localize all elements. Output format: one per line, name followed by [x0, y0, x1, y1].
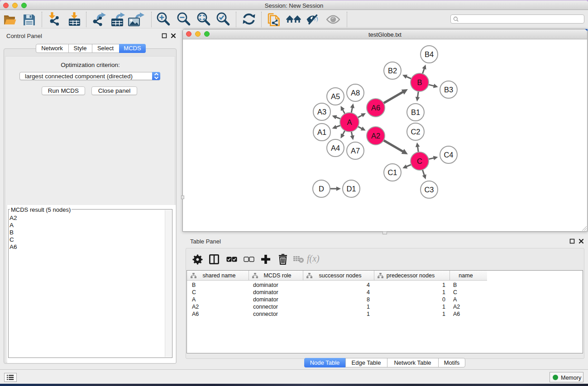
- svg-text:A4: A4: [331, 144, 340, 152]
- svg-text:A3: A3: [317, 108, 326, 116]
- svg-text:C: C: [417, 157, 422, 165]
- svg-text:B2: B2: [388, 67, 397, 75]
- svg-text:C3: C3: [424, 186, 434, 194]
- svg-text:B4: B4: [425, 50, 434, 58]
- svg-text:C1: C1: [387, 168, 397, 176]
- svg-text:C2: C2: [411, 128, 420, 136]
- svg-text:A5: A5: [331, 92, 340, 100]
- svg-text:A6: A6: [371, 104, 380, 112]
- svg-text:A1: A1: [317, 128, 326, 136]
- svg-text:D1: D1: [346, 185, 356, 193]
- svg-text:A8: A8: [351, 89, 360, 97]
- svg-text:A: A: [347, 118, 352, 126]
- svg-text:A2: A2: [371, 132, 380, 140]
- svg-text:B3: B3: [444, 86, 453, 94]
- svg-text:B1: B1: [411, 108, 420, 116]
- svg-text:A7: A7: [351, 147, 360, 155]
- svg-text:B: B: [417, 78, 422, 86]
- svg-text:D: D: [319, 185, 324, 193]
- svg-text:C4: C4: [444, 151, 453, 159]
